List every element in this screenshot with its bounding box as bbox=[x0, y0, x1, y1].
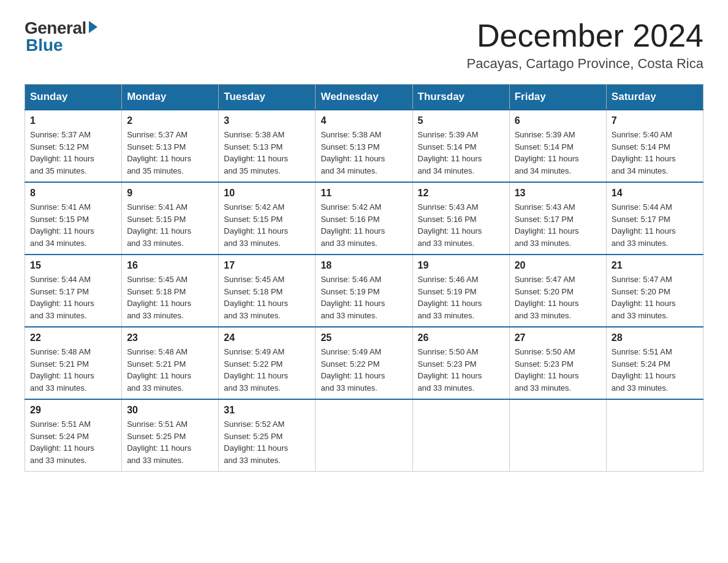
calendar-cell-1-7: 7Sunrise: 5:40 AMSunset: 5:14 PMDaylight… bbox=[606, 110, 703, 182]
calendar-cell-2-2: 9Sunrise: 5:41 AMSunset: 5:15 PMDaylight… bbox=[122, 182, 219, 255]
day-number: 20 bbox=[515, 260, 601, 271]
calendar-cell-4-5: 26Sunrise: 5:50 AMSunset: 5:23 PMDayligh… bbox=[412, 327, 509, 399]
calendar-week-row-4: 22Sunrise: 5:48 AMSunset: 5:21 PMDayligh… bbox=[25, 327, 703, 399]
calendar-cell-4-7: 28Sunrise: 5:51 AMSunset: 5:24 PMDayligh… bbox=[606, 327, 703, 399]
day-info: Sunrise: 5:39 AMSunset: 5:14 PMDaylight:… bbox=[418, 129, 504, 177]
day-number: 15 bbox=[30, 260, 116, 271]
calendar-cell-3-3: 17Sunrise: 5:45 AMSunset: 5:18 PMDayligh… bbox=[219, 255, 316, 327]
calendar-header-row: SundayMondayTuesdayWednesdayThursdayFrid… bbox=[25, 85, 703, 110]
day-number: 6 bbox=[515, 115, 601, 126]
calendar-cell-1-4: 4Sunrise: 5:38 AMSunset: 5:13 PMDaylight… bbox=[316, 110, 412, 182]
day-number: 21 bbox=[612, 260, 698, 271]
day-info: Sunrise: 5:48 AMSunset: 5:21 PMDaylight:… bbox=[127, 346, 213, 394]
calendar-header-monday: Monday bbox=[122, 85, 219, 110]
logo-triangle-icon bbox=[89, 21, 97, 33]
calendar-cell-5-7 bbox=[606, 399, 703, 472]
calendar-cell-3-2: 16Sunrise: 5:45 AMSunset: 5:18 PMDayligh… bbox=[122, 255, 219, 327]
calendar-header-wednesday: Wednesday bbox=[316, 85, 412, 110]
calendar-cell-2-7: 14Sunrise: 5:44 AMSunset: 5:17 PMDayligh… bbox=[606, 182, 703, 255]
page-header: General Blue December 2024 Pacayas, Cart… bbox=[25, 18, 703, 72]
day-info: Sunrise: 5:45 AMSunset: 5:18 PMDaylight:… bbox=[127, 274, 213, 321]
calendar-cell-2-4: 11Sunrise: 5:42 AMSunset: 5:16 PMDayligh… bbox=[316, 182, 412, 255]
day-info: Sunrise: 5:41 AMSunset: 5:15 PMDaylight:… bbox=[127, 201, 213, 249]
calendar-cell-4-4: 25Sunrise: 5:49 AMSunset: 5:22 PMDayligh… bbox=[316, 327, 412, 399]
calendar-cell-4-6: 27Sunrise: 5:50 AMSunset: 5:23 PMDayligh… bbox=[509, 327, 606, 399]
calendar-cell-3-1: 15Sunrise: 5:44 AMSunset: 5:17 PMDayligh… bbox=[25, 255, 122, 327]
calendar-cell-1-5: 5Sunrise: 5:39 AMSunset: 5:14 PMDaylight… bbox=[412, 110, 509, 182]
calendar-cell-5-1: 29Sunrise: 5:51 AMSunset: 5:24 PMDayligh… bbox=[25, 399, 122, 472]
day-number: 18 bbox=[320, 260, 407, 271]
day-info: Sunrise: 5:47 AMSunset: 5:20 PMDaylight:… bbox=[612, 274, 698, 321]
day-info: Sunrise: 5:43 AMSunset: 5:17 PMDaylight:… bbox=[515, 201, 601, 249]
calendar-cell-3-7: 21Sunrise: 5:47 AMSunset: 5:20 PMDayligh… bbox=[606, 255, 703, 327]
day-info: Sunrise: 5:41 AMSunset: 5:15 PMDaylight:… bbox=[30, 201, 116, 249]
calendar-cell-5-3: 31Sunrise: 5:52 AMSunset: 5:25 PMDayligh… bbox=[219, 399, 316, 472]
calendar-table: SundayMondayTuesdayWednesdayThursdayFrid… bbox=[25, 84, 703, 472]
calendar-cell-5-4 bbox=[316, 399, 412, 472]
day-number: 31 bbox=[224, 405, 310, 416]
day-number: 2 bbox=[127, 115, 213, 126]
calendar-cell-3-6: 20Sunrise: 5:47 AMSunset: 5:20 PMDayligh… bbox=[509, 255, 606, 327]
day-info: Sunrise: 5:38 AMSunset: 5:13 PMDaylight:… bbox=[320, 129, 407, 177]
day-number: 24 bbox=[224, 332, 310, 343]
day-number: 19 bbox=[418, 260, 504, 271]
day-number: 9 bbox=[127, 188, 213, 199]
day-number: 13 bbox=[515, 188, 601, 199]
main-title: December 2024 bbox=[467, 18, 703, 53]
day-info: Sunrise: 5:37 AMSunset: 5:12 PMDaylight:… bbox=[30, 129, 116, 177]
calendar-header-tuesday: Tuesday bbox=[219, 85, 316, 110]
day-info: Sunrise: 5:50 AMSunset: 5:23 PMDaylight:… bbox=[418, 346, 504, 394]
calendar-header-saturday: Saturday bbox=[606, 85, 703, 110]
day-info: Sunrise: 5:44 AMSunset: 5:17 PMDaylight:… bbox=[30, 274, 116, 321]
day-number: 28 bbox=[612, 332, 698, 343]
day-number: 1 bbox=[30, 115, 116, 126]
day-number: 29 bbox=[30, 405, 116, 416]
calendar-header-thursday: Thursday bbox=[412, 85, 509, 110]
day-info: Sunrise: 5:40 AMSunset: 5:14 PMDaylight:… bbox=[612, 129, 698, 177]
day-number: 17 bbox=[224, 260, 310, 271]
day-number: 14 bbox=[612, 188, 698, 199]
calendar-week-row-2: 8Sunrise: 5:41 AMSunset: 5:15 PMDaylight… bbox=[25, 182, 703, 255]
day-number: 27 bbox=[515, 332, 601, 343]
day-number: 7 bbox=[612, 115, 698, 126]
day-info: Sunrise: 5:43 AMSunset: 5:16 PMDaylight:… bbox=[418, 201, 504, 249]
day-info: Sunrise: 5:37 AMSunset: 5:13 PMDaylight:… bbox=[127, 129, 213, 177]
day-info: Sunrise: 5:49 AMSunset: 5:22 PMDaylight:… bbox=[320, 346, 407, 394]
calendar-cell-5-2: 30Sunrise: 5:51 AMSunset: 5:25 PMDayligh… bbox=[122, 399, 219, 472]
day-info: Sunrise: 5:51 AMSunset: 5:24 PMDaylight:… bbox=[612, 346, 698, 394]
day-number: 16 bbox=[127, 260, 213, 271]
day-info: Sunrise: 5:42 AMSunset: 5:15 PMDaylight:… bbox=[224, 201, 310, 249]
day-number: 4 bbox=[320, 115, 407, 126]
calendar-cell-1-2: 2Sunrise: 5:37 AMSunset: 5:13 PMDaylight… bbox=[122, 110, 219, 182]
day-info: Sunrise: 5:50 AMSunset: 5:23 PMDaylight:… bbox=[515, 346, 601, 394]
calendar-cell-4-1: 22Sunrise: 5:48 AMSunset: 5:21 PMDayligh… bbox=[25, 327, 122, 399]
day-number: 23 bbox=[127, 332, 213, 343]
day-info: Sunrise: 5:38 AMSunset: 5:13 PMDaylight:… bbox=[224, 129, 310, 177]
calendar-cell-2-3: 10Sunrise: 5:42 AMSunset: 5:15 PMDayligh… bbox=[219, 182, 316, 255]
day-number: 3 bbox=[224, 115, 310, 126]
calendar-header-friday: Friday bbox=[509, 85, 606, 110]
day-info: Sunrise: 5:49 AMSunset: 5:22 PMDaylight:… bbox=[224, 346, 310, 394]
day-info: Sunrise: 5:51 AMSunset: 5:25 PMDaylight:… bbox=[127, 418, 213, 466]
day-info: Sunrise: 5:45 AMSunset: 5:18 PMDaylight:… bbox=[224, 274, 310, 321]
day-info: Sunrise: 5:51 AMSunset: 5:24 PMDaylight:… bbox=[30, 418, 116, 466]
calendar-cell-1-3: 3Sunrise: 5:38 AMSunset: 5:13 PMDaylight… bbox=[219, 110, 316, 182]
day-number: 12 bbox=[418, 188, 504, 199]
day-number: 25 bbox=[320, 332, 407, 343]
calendar-cell-2-5: 12Sunrise: 5:43 AMSunset: 5:16 PMDayligh… bbox=[412, 182, 509, 255]
day-number: 30 bbox=[127, 405, 213, 416]
calendar-cell-5-6 bbox=[509, 399, 606, 472]
calendar-cell-1-1: 1Sunrise: 5:37 AMSunset: 5:12 PMDaylight… bbox=[25, 110, 122, 182]
day-number: 22 bbox=[30, 332, 116, 343]
calendar-cell-2-6: 13Sunrise: 5:43 AMSunset: 5:17 PMDayligh… bbox=[509, 182, 606, 255]
calendar-week-row-3: 15Sunrise: 5:44 AMSunset: 5:17 PMDayligh… bbox=[25, 255, 703, 327]
day-number: 5 bbox=[418, 115, 504, 126]
calendar-cell-2-1: 8Sunrise: 5:41 AMSunset: 5:15 PMDaylight… bbox=[25, 182, 122, 255]
calendar-week-row-5: 29Sunrise: 5:51 AMSunset: 5:24 PMDayligh… bbox=[25, 399, 703, 472]
title-block: December 2024 Pacayas, Cartago Province,… bbox=[467, 18, 703, 72]
calendar-cell-3-4: 18Sunrise: 5:46 AMSunset: 5:19 PMDayligh… bbox=[316, 255, 412, 327]
day-info: Sunrise: 5:52 AMSunset: 5:25 PMDaylight:… bbox=[224, 418, 310, 466]
calendar-cell-1-6: 6Sunrise: 5:39 AMSunset: 5:14 PMDaylight… bbox=[509, 110, 606, 182]
logo: General Blue bbox=[25, 18, 97, 55]
day-number: 10 bbox=[224, 188, 310, 199]
